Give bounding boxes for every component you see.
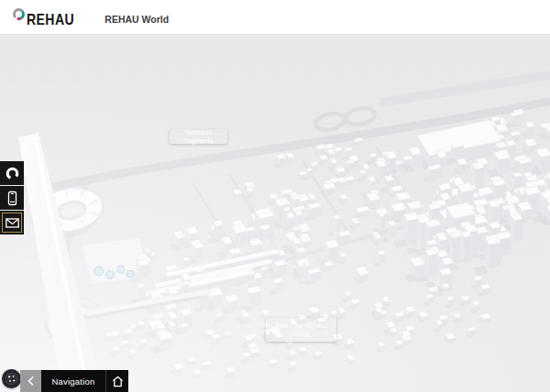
navigation-menu-button[interactable]: Navigation: [41, 370, 105, 392]
cookie-settings-icon: [5, 372, 18, 386]
hotspot-about-rehau-group[interactable]: About the REHAU Group: [266, 318, 336, 342]
chevron-left-icon: [26, 375, 37, 387]
side-toolbar: [0, 161, 24, 235]
rehau-logo-ring-icon: [12, 7, 26, 21]
rotate-view-icon: [5, 166, 20, 181]
rehau-logo[interactable]: REHAU: [12, 6, 77, 27]
home-icon: [111, 375, 125, 388]
hotspot-business-segments[interactable]: Business Segments: [170, 129, 227, 144]
mobile-device-icon: [5, 191, 20, 206]
mobile-view-button[interactable]: [0, 186, 24, 210]
rotate-view-button[interactable]: [0, 161, 24, 185]
page-title: REHAU World: [104, 14, 169, 25]
back-button[interactable]: [20, 370, 41, 392]
bottom-navigation-bar: Navigation: [20, 370, 128, 392]
cookie-settings-button[interactable]: [2, 369, 21, 388]
logo-wordmark: REHAU: [27, 11, 74, 27]
header-bar: REHAU REHAU World: [0, 0, 550, 35]
home-button[interactable]: [105, 370, 128, 392]
contact-mail-button[interactable]: [0, 211, 24, 234]
mail-contact-icon: [5, 215, 20, 231]
